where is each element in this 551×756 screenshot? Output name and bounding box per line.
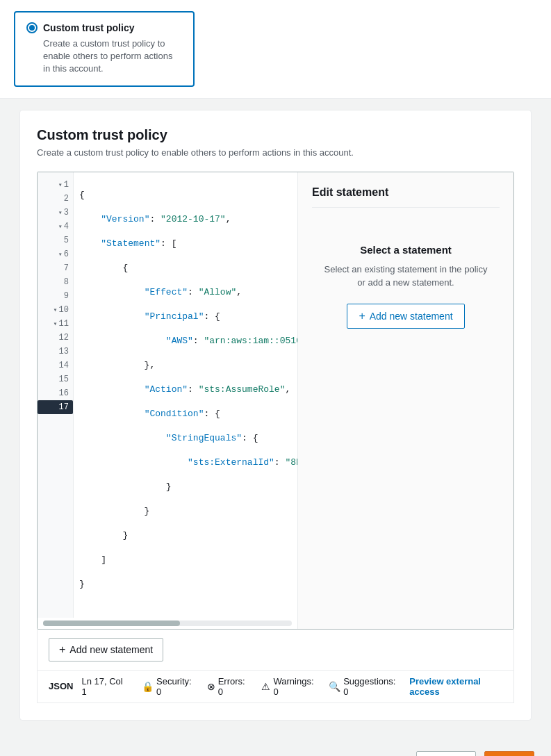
code-line-2: "Version": "2012-10-17", [79, 213, 297, 227]
line-numbers: ▾1 2 ▾3 ▾4 5 ▾6 7 8 9 ▾10 ▾11 12 13 14 [38, 172, 74, 618]
code-line-1: { [79, 188, 297, 202]
main-content-section: Custom trust policy Create a custom trus… [19, 110, 532, 721]
code-line-7: "AWS": "arn:aws:iam::051687089423:role/c [79, 334, 297, 348]
errors-label: Errors: 0 [218, 676, 248, 697]
suggestions-icon: 🔍 [329, 681, 340, 692]
preview-external-access-link[interactable]: Preview external access [409, 676, 502, 697]
edit-statement-title: Edit statement [312, 186, 500, 208]
custom-trust-policy-card[interactable]: Custom trust policy Create a custom trus… [14, 11, 195, 87]
code-line-3: "Statement": [ [79, 237, 297, 251]
security-icon: 🔒 [142, 681, 154, 692]
code-line-8: }, [79, 359, 297, 372]
line-15: 15 [38, 372, 73, 386]
line-13: 13 [38, 345, 73, 359]
right-panel: Edit statement Select a statement Select… [298, 172, 513, 629]
add-statement-row: + Add new statement [37, 630, 514, 671]
option-cards: Custom trust policy Create a custom trus… [14, 11, 537, 87]
line-6: ▾6 [38, 247, 73, 261]
card-description: Create a custom trust policy to enable o… [26, 38, 182, 76]
code-panel[interactable]: ▾1 2 ▾3 ▾4 5 ▾6 7 8 9 ▾10 ▾11 12 13 14 [38, 172, 298, 629]
add-statement-bottom-button[interactable]: + Add new statement [49, 638, 163, 662]
code-line-15: } [79, 529, 297, 543]
top-section: Custom trust policy Create a custom trus… [0, 0, 551, 99]
code-line-4: { [79, 261, 297, 275]
code-line-13: } [79, 480, 297, 494]
security-status: 🔒 Security: 0 [142, 676, 193, 697]
warnings-icon: ⚠ [261, 681, 270, 692]
line-8: 8 [38, 275, 73, 289]
suggestions-label: Suggestions: 0 [343, 676, 395, 697]
code-line-6: "Principal": { [79, 310, 297, 324]
card-header: Custom trust policy [26, 22, 182, 33]
radio-button[interactable] [26, 22, 38, 33]
code-line-5: "Effect": "Allow", [79, 286, 297, 299]
code-content: ▾1 2 ▾3 ▾4 5 ▾6 7 8 9 ▾10 ▾11 12 13 14 [38, 172, 297, 618]
code-line-10: "Condition": { [79, 407, 297, 421]
scrollbar-thumb[interactable] [43, 621, 180, 626]
line-12: 12 [38, 331, 73, 345]
cancel-button[interactable]: Cancel [416, 751, 476, 756]
line-11: ▾11 [38, 317, 73, 331]
warnings-label: Warnings: 0 [273, 676, 315, 697]
warnings-status: ⚠ Warnings: 0 [261, 676, 315, 697]
line-14: 14 [38, 359, 73, 372]
footer: Cancel Next [0, 737, 551, 756]
line-16: 16 [38, 386, 73, 400]
plus-icon: + [359, 310, 365, 322]
code-line-16: ] [79, 553, 297, 567]
plus-icon-bottom: + [59, 643, 65, 656]
code-line-17: } [79, 577, 297, 591]
code-line-14: } [79, 504, 297, 518]
add-statement-panel-label: Add new statement [370, 311, 453, 322]
line-3: ▾3 [38, 206, 73, 220]
line-4: ▾4 [38, 220, 73, 233]
line-1: ▾1 [38, 178, 73, 192]
line-17: 17 [38, 400, 73, 414]
errors-status: ⊗ Errors: 0 [207, 676, 248, 697]
line-9: 9 [38, 289, 73, 303]
suggestions-status: 🔍 Suggestions: 0 [329, 676, 395, 697]
security-label: Security: 0 [156, 676, 193, 697]
select-statement-desc: Select an existing statement in the poli… [323, 263, 488, 290]
page-subtitle: Create a custom trust policy to enable o… [37, 147, 514, 158]
scrollbar-area [38, 618, 297, 629]
line-7: 7 [38, 261, 73, 275]
line-5: 5 [38, 233, 73, 247]
horizontal-scrollbar[interactable] [43, 621, 292, 626]
page-title: Custom trust policy [37, 127, 514, 143]
add-statement-panel-button[interactable]: + Add new statement [347, 304, 464, 329]
line-10: ▾10 [38, 303, 73, 317]
errors-icon: ⊗ [207, 681, 215, 692]
format-label: JSON [49, 681, 73, 691]
next-button[interactable]: Next [484, 751, 534, 756]
policy-editor[interactable]: ▾1 2 ▾3 ▾4 5 ▾6 7 8 9 ▾10 ▾11 12 13 14 [37, 172, 514, 630]
select-statement-title: Select a statement [360, 244, 452, 256]
code-line-9: "Action": "sts:AssumeRole", [79, 383, 297, 397]
line-2: 2 [38, 192, 73, 206]
card-title: Custom trust policy [43, 22, 134, 33]
code-text[interactable]: { "Version": "2012-10-17", "Statement": … [74, 172, 297, 618]
select-statement-area: Select a statement Select an existing st… [312, 216, 500, 356]
cursor-position: Ln 17, Col 1 [81, 676, 125, 697]
status-bar: JSON Ln 17, Col 1 🔒 Security: 0 ⊗ Errors… [37, 671, 514, 703]
code-line-11: "StringEquals": { [79, 432, 297, 445]
add-statement-bottom-label: Add new statement [69, 644, 153, 655]
code-line-12: "sts:ExternalId": "8bc10a37-1111-4b47- [79, 456, 297, 470]
